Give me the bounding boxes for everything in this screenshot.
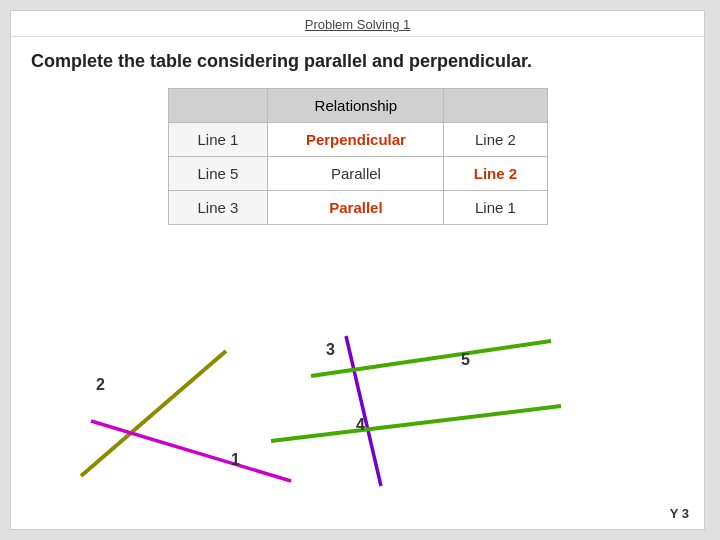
label-line3: 3 — [326, 341, 335, 359]
row2-col1: Line 5 — [168, 157, 268, 191]
page-background: % Problem Solving 1 Complete the table c… — [0, 0, 720, 540]
row2-col2: Parallel — [268, 157, 444, 191]
table-row: Line 1 Perpendicular Line 2 — [168, 123, 547, 157]
row2-col3: Line 2 — [444, 157, 547, 191]
table-wrapper: Relationship Line 1 Perpendicular Line 2… — [11, 88, 704, 225]
page-title: Problem Solving 1 — [11, 11, 704, 37]
relationship-table: Relationship Line 1 Perpendicular Line 2… — [168, 88, 548, 225]
label-line1: 1 — [231, 451, 240, 469]
row1-col1: Line 1 — [168, 123, 268, 157]
lines-svg — [71, 321, 571, 501]
row1-col3: Line 2 — [444, 123, 547, 157]
row1-col2: Perpendicular — [268, 123, 444, 157]
y3-label: Y 3 — [670, 506, 689, 521]
label-line5: 5 — [461, 351, 470, 369]
row3-col2: Parallel — [268, 191, 444, 225]
row3-col1: Line 3 — [168, 191, 268, 225]
main-card: Problem Solving 1 Complete the table con… — [10, 10, 705, 530]
row3-col3: Line 1 — [444, 191, 547, 225]
subtitle: Complete the table considering parallel … — [11, 37, 704, 84]
header-col1 — [168, 89, 268, 123]
header-relationship: Relationship — [268, 89, 444, 123]
label-line4: 4 — [356, 416, 365, 434]
table-row: Line 3 Parallel Line 1 — [168, 191, 547, 225]
svg-line-4 — [346, 336, 381, 486]
header-col3 — [444, 89, 547, 123]
lines-diagram: 2 3 4 5 1 — [71, 321, 571, 501]
table-row: Line 5 Parallel Line 2 — [168, 157, 547, 191]
svg-line-5 — [271, 406, 561, 441]
svg-line-2 — [81, 351, 226, 476]
label-line2: 2 — [96, 376, 105, 394]
svg-line-3 — [91, 421, 291, 481]
